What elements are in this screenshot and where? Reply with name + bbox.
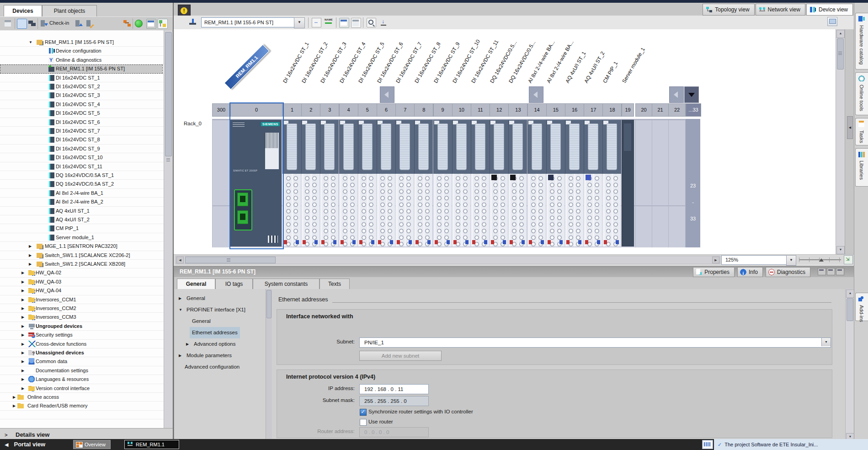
collapsed-arrow-icon[interactable]: ▶ (29, 242, 32, 251)
device-name-badge[interactable]: REM_RM1.1 (224, 44, 270, 90)
check-in-label[interactable]: Check-in (49, 20, 69, 26)
sync-offline-icon[interactable] (27, 19, 37, 28)
slot-header-9[interactable]: 9 (433, 103, 453, 117)
scrollbar-thumb[interactable] (185, 257, 276, 263)
station-icon[interactable] (188, 18, 197, 27)
tab-devices[interactable]: Devices (4, 5, 42, 17)
io-module-slot-8[interactable] (414, 120, 432, 246)
property-nav-item[interactable]: Advanced configuration (174, 361, 272, 373)
slot-header-4[interactable]: 4 (339, 103, 358, 117)
io-module-slot-12[interactable] (490, 120, 508, 246)
tab-plant-objects[interactable]: Plant objects (42, 5, 97, 17)
collapsed-arrow-icon[interactable]: ▶ (13, 393, 16, 402)
column-settings-icon[interactable] (4, 19, 13, 28)
zoom-tool-icon[interactable] (367, 18, 376, 27)
slot-header-20[interactable]: 20 (635, 103, 652, 117)
view-tab-topology-view[interactable]: Topology view (703, 4, 754, 16)
io-module-slot-7[interactable] (395, 120, 414, 246)
collapsed-arrow-icon[interactable]: ▶ (21, 304, 24, 313)
io-module-slot-9[interactable] (433, 120, 452, 246)
tree-item[interactable]: ▶Unassigned devices (0, 348, 163, 357)
tree-item[interactable]: DI 16x24VDC ST_11 (0, 162, 163, 171)
tree-item[interactable]: DQ 16x24VDC/0.5A ST_2 (0, 180, 163, 188)
collapsed-arrow-icon[interactable]: ▶ (21, 268, 24, 277)
collapsed-arrow-icon[interactable]: ▶ (21, 366, 24, 375)
collapsed-arrow-icon[interactable]: ▶ (29, 260, 32, 268)
io-module-slot-2[interactable] (301, 120, 320, 246)
zoom-level-select[interactable]: 125% (721, 255, 790, 265)
scrollbar-grip[interactable] (166, 158, 170, 161)
slot-header-13[interactable]: 13 (508, 103, 527, 117)
rename-icon[interactable] (325, 18, 333, 27)
tree-item[interactable]: AQ 4xU/I ST_2 (0, 215, 163, 224)
device-overview-splitter[interactable]: ◀ (845, 29, 854, 254)
use-router-checkbox[interactable] (360, 419, 367, 426)
tree-item[interactable]: DI 16x24VDC ST_7 (0, 127, 163, 135)
tree-item[interactable]: ▶Online access (0, 393, 163, 402)
edit-properties-icon[interactable] (85, 19, 94, 28)
panel-collapse-icon[interactable] (827, 268, 835, 275)
tree-item[interactable]: ▶Common data (0, 357, 163, 366)
slot-header-15[interactable]: 15 (546, 103, 565, 117)
tree-item[interactable]: AQ 4xU/I ST_1 (0, 207, 163, 215)
io-module-slot-16[interactable] (565, 120, 583, 246)
portal-view-button[interactable]: ◀Portal view (5, 439, 45, 450)
measure-icon[interactable] (312, 18, 321, 27)
tree-item[interactable]: DI 16x24VDC ST_2 (0, 82, 163, 91)
io-module-slot-10[interactable] (452, 120, 470, 246)
overview-table-icon[interactable] (146, 19, 156, 29)
check-out-icon[interactable] (74, 19, 83, 28)
tree-item[interactable]: ▶Inversores_CCM3 (0, 313, 163, 321)
slot-header-300[interactable]: 300 (212, 103, 230, 117)
scroll-down-icon[interactable]: ▼ (836, 246, 845, 254)
tree-item[interactable]: ▶Card Reader/USB memory (0, 402, 163, 410)
device-table-icon[interactable] (339, 18, 349, 28)
tree-item[interactable]: DI 16x24VDC ST_6 (0, 118, 163, 127)
sidebar-tab-hardware-catalog[interactable]: Hardware catalog (855, 13, 868, 70)
tab-io-tags[interactable]: IO tags (215, 279, 253, 289)
collapsed-arrow-icon[interactable]: ▶ (21, 340, 24, 348)
collapsed-arrow-icon[interactable]: ▶ (29, 251, 32, 260)
fit-to-view-icon[interactable] (844, 255, 853, 264)
collapsed-arrow-icon[interactable]: ▶ (21, 286, 24, 295)
tree-item[interactable]: DI 16x24VDC ST_10 (0, 153, 163, 162)
slot-header-3[interactable]: 3 (320, 103, 339, 117)
slot-header-17[interactable]: 17 (584, 103, 603, 117)
add-new-subnet-button[interactable]: Add new subnet (359, 351, 442, 361)
device-selector[interactable]: REM_RM1.1 [IM 155-6 PN ST] (201, 17, 296, 27)
scroll-right-icon[interactable]: ▶ (712, 257, 719, 263)
hidden-slots-indicator[interactable]: 23-33 (686, 119, 700, 247)
slot-header-22[interactable]: 22 (668, 103, 686, 117)
panel-menu-icon[interactable] (836, 268, 844, 275)
collapsed-arrow-icon[interactable]: ▶ (179, 350, 181, 361)
io-module-slot-3[interactable] (320, 120, 338, 246)
sync-online-icon[interactable] (17, 19, 27, 29)
tree-item[interactable]: ▶Documentation settings (0, 366, 163, 375)
scrollbar-thumb[interactable] (266, 290, 272, 318)
tree-item[interactable]: ▶Security settings (0, 331, 163, 339)
export-image-icon[interactable] (379, 18, 388, 27)
tab-system-constants[interactable]: System constants (253, 279, 320, 289)
tree-item[interactable]: DI 16x24VDC ST_4 (0, 100, 163, 109)
slot-header-14[interactable]: 14 (527, 103, 547, 117)
tree-item[interactable]: Device configuration (0, 47, 163, 55)
scroll-left-icon[interactable] (380, 86, 394, 103)
slot-header-1[interactable]: 1 (282, 103, 302, 117)
tree-item[interactable]: DQ 16x24VDC/0.5A ST_1 (0, 171, 163, 180)
tree-item[interactable]: DI 16x24VDC ST_9 (0, 145, 163, 153)
sync-router-checkbox[interactable] (360, 409, 367, 416)
property-nav-item[interactable]: ▶General (174, 293, 272, 304)
diagram-view-icon[interactable] (158, 19, 168, 29)
canvas-hscrollbar[interactable]: ◀ ▶ (176, 256, 720, 264)
io-module-slot-18[interactable] (602, 120, 621, 246)
tree-item[interactable]: REM_RM1.1 [IM 155-6 PN ST] (0, 64, 163, 73)
grid-view-icon[interactable] (351, 18, 361, 28)
inspector-tab-properties[interactable]: Properties (693, 267, 735, 277)
server-module[interactable] (622, 120, 634, 246)
tree-item[interactable]: AI 8xI 2-/4-wire BA_2 (0, 198, 163, 206)
collapsed-arrow-icon[interactable]: ▶ (21, 322, 24, 331)
canvas-vscrollbar[interactable]: ▲ ▼ (836, 29, 845, 254)
tree-item[interactable]: ▼REM_RM1.1 [IM 155-6 PN ST] (0, 38, 163, 47)
tree-item[interactable]: ▶Switch_SW1.1 [SCALANCE XC206-2] (0, 251, 163, 260)
collapsed-arrow-icon[interactable]: ▶ (21, 331, 24, 339)
